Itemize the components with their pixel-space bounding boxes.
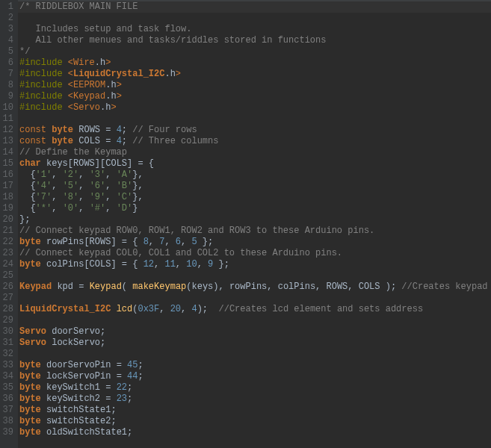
- code-line[interactable]: #include <Keypad.h>: [19, 91, 491, 102]
- token: '3': [90, 169, 106, 180]
- code-line[interactable]: byte keySwitch1 = 22;: [19, 382, 491, 393]
- code-line[interactable]: Servo doorServo;: [19, 326, 491, 337]
- token: {: [19, 169, 36, 180]
- code-line[interactable]: #include <EEPROM.h>: [19, 80, 491, 91]
- line-number: 23: [1, 248, 13, 259]
- code-line[interactable]: const byte COLS = 4; // Three columns: [19, 136, 491, 147]
- code-line[interactable]: All other menues and tasks/riddles store…: [19, 35, 491, 46]
- token: 45: [127, 360, 138, 370]
- token: ,: [176, 259, 186, 270]
- code-line[interactable]: {'7', '8', '9', 'C'},: [19, 192, 491, 203]
- code-line[interactable]: {'4', '5', '6', 'B'},: [19, 181, 491, 192]
- token: '#': [90, 203, 106, 214]
- token: 22: [117, 382, 127, 393]
- code-line[interactable]: LiquidCrystal_I2C lcd(0x3F, 20, 4); //Cr…: [19, 304, 491, 315]
- token: 4: [117, 136, 122, 146]
- token: (: [122, 281, 132, 292]
- code-line[interactable]: {'*', '0', '#', 'D'}: [19, 203, 491, 214]
- code-line[interactable]: */: [19, 46, 491, 57]
- code-line[interactable]: byte rowPins[ROWS] = { 8, 7, 6, 5 };: [19, 237, 491, 248]
- token: '5': [63, 181, 79, 191]
- token: Wire: [73, 57, 95, 68]
- token: <: [68, 91, 73, 102]
- code-line[interactable]: // Define the Keymap: [19, 147, 491, 158]
- token: 12: [143, 259, 154, 270]
- token: Keypad: [90, 281, 122, 292]
- token: ,: [78, 169, 89, 180]
- token: },: [132, 169, 143, 180]
- code-line[interactable]: byte colPins[COLS] = { 12, 11, 10, 9 };: [19, 259, 491, 270]
- token: ,: [197, 259, 208, 270]
- code-line[interactable]: [19, 113, 491, 125]
- line-number-gutter: 1234567891011121314151617181920212223242…: [0, 0, 18, 448]
- code-line[interactable]: [19, 293, 491, 304]
- code-line[interactable]: #include <Servo.h>: [19, 102, 491, 113]
- token: ,: [78, 181, 89, 191]
- code-line[interactable]: Servo lockServo;: [19, 337, 491, 349]
- token: LiquidCrystal_I2C: [19, 304, 111, 314]
- token: ,: [159, 304, 170, 314]
- token: Includes setup and task flow.: [19, 24, 191, 34]
- token: ;: [138, 360, 143, 370]
- token: ,: [78, 192, 89, 202]
- code-line[interactable]: [19, 270, 491, 281]
- code-line[interactable]: [19, 349, 491, 360]
- code-line[interactable]: byte switchState2;: [19, 416, 491, 427]
- code-line[interactable]: byte oldSwitchState1;: [19, 427, 491, 438]
- code-line[interactable]: // Connect keypad COL0, COL1 and COL2 to…: [19, 248, 491, 259]
- token: //Creates lcd element and sets address: [218, 304, 423, 314]
- line-number: 37: [1, 405, 13, 416]
- token: Keypad: [19, 281, 52, 292]
- token: '9': [90, 192, 106, 202]
- code-line[interactable]: byte doorServoPin = 45;: [19, 360, 491, 371]
- token: ROWS =: [73, 125, 117, 135]
- line-number: 34: [1, 371, 13, 382]
- code-line[interactable]: char keys[ROWS][COLS] = {: [19, 158, 491, 169]
- code-line[interactable]: byte lockServoPin = 44;: [19, 371, 491, 382]
- token: switchState1;: [41, 405, 117, 415]
- line-number: 33: [1, 360, 13, 371]
- token: byte: [52, 125, 73, 135]
- token: ,: [52, 192, 62, 202]
- token: byte: [19, 382, 41, 393]
- code-line[interactable]: #include <Wire.h>: [19, 57, 491, 69]
- line-number: 7: [1, 69, 13, 80]
- code-line[interactable]: /* RIDDLEBOX MAIN FILE: [19, 1, 491, 13]
- token: .h: [164, 69, 175, 79]
- token: keySwitch2 =: [41, 393, 117, 404]
- line-number: 36: [1, 393, 13, 405]
- token: >: [111, 102, 116, 113]
- token: 6: [176, 237, 181, 247]
- code-line[interactable]: // Connect keypad ROW0, ROW1, ROW2 and R…: [19, 225, 491, 237]
- code-editor[interactable]: 1234567891011121314151617181920212223242…: [0, 0, 491, 448]
- code-line[interactable]: };: [19, 214, 491, 225]
- token: switchState2;: [41, 416, 117, 426]
- token: <: [68, 69, 73, 79]
- code-line[interactable]: {'1', '2', '3', 'A'},: [19, 169, 491, 181]
- code-line[interactable]: [19, 315, 491, 326]
- token: colPins[COLS] = {: [41, 259, 143, 270]
- token: kpd =: [52, 281, 89, 292]
- code-line[interactable]: Includes setup and task flow.: [19, 24, 491, 35]
- token: '*': [36, 203, 52, 214]
- token: Servo: [19, 326, 46, 337]
- token: 44: [127, 371, 138, 382]
- token: >: [117, 91, 122, 102]
- code-line[interactable]: byte keySwitch2 = 23;: [19, 393, 491, 405]
- line-number: 17: [1, 181, 13, 192]
- code-line[interactable]: [19, 13, 491, 24]
- code-line[interactable]: #include <LiquidCrystal_I2C.h>: [19, 69, 491, 80]
- code-line[interactable]: const byte ROWS = 4; // Four rows: [19, 125, 491, 136]
- code-line[interactable]: Keypad kpd = Keypad( makeKeymap(keys), r…: [19, 281, 491, 293]
- token: >: [117, 80, 122, 90]
- line-number: 18: [1, 192, 13, 203]
- token: ,: [154, 259, 164, 270]
- code-line[interactable]: byte switchState1;: [19, 405, 491, 416]
- token: EEPROM: [73, 80, 105, 90]
- token: LiquidCrystal_I2C: [73, 69, 164, 79]
- code-area[interactable]: /* RIDDLEBOX MAIN FILE Includes setup an…: [18, 0, 491, 448]
- token: const: [19, 125, 52, 135]
- token: #include: [19, 102, 68, 113]
- token: */: [19, 46, 30, 57]
- token: 8: [143, 237, 149, 247]
